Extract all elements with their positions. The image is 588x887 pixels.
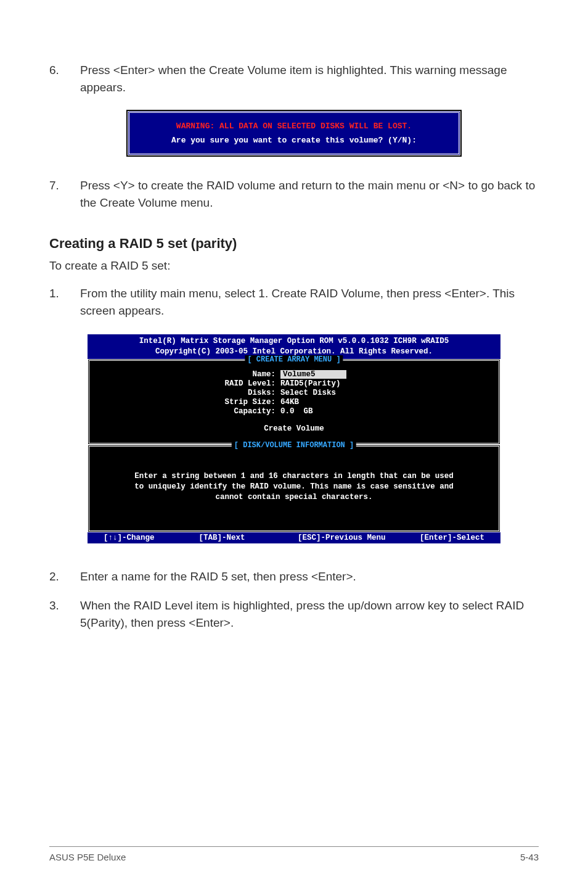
footer-page-number: 5-43 [520, 852, 539, 862]
step-7-number: 7. [49, 177, 80, 211]
bios-create-array-title: [ CREATE ARRAY MENU ] [245, 355, 343, 364]
bios-header-line-1: Intel(R) Matrix Storage Manager Option R… [91, 336, 497, 347]
step-3-text: When the RAID Level item is highlighted,… [80, 597, 539, 631]
warning-line-1: WARNING: ALL DATA ON SELECTED DISKS WILL… [141, 122, 447, 131]
bios-row-raid: RAID Level: RAID5(Parity) [96, 379, 492, 388]
bios-footer-change: [↑↓]-Change [104, 534, 199, 542]
bios-footer-next: [TAB]-Next [199, 534, 295, 542]
step-6-number: 6. [49, 62, 80, 96]
step-2-number: 2. [49, 568, 80, 585]
warning-line-2: Are you sure you want to create this vol… [141, 136, 447, 145]
bios-help-line-1: Enter a string between 1 and 16 characte… [102, 471, 486, 482]
step-6-text: Press <Enter> when the Create Volume ite… [80, 62, 539, 96]
bios-strip-value: 64KB [280, 398, 299, 406]
step-2-text: Enter a name for the RAID 5 set, then pr… [80, 568, 539, 585]
bios-footer-prev: [ESC]-Previous Menu [294, 534, 390, 542]
bios-row-name: Name: Volume5 [96, 370, 492, 379]
section-lead: To create a RAID 5 set: [49, 259, 539, 273]
page-footer: ASUS P5E Deluxe 5-43 [49, 846, 539, 862]
bios-disks-label: Disks: [96, 389, 280, 397]
bios-screenshot: Intel(R) Matrix Storage Manager Option R… [88, 334, 500, 543]
step-6: 6. Press <Enter> when the Create Volume … [49, 62, 539, 96]
bios-row-capacity: Capacity: 0.0 GB [96, 407, 492, 416]
warning-dialog: WARNING: ALL DATA ON SELECTED DISKS WILL… [128, 111, 460, 155]
bios-disks-value: Select Disks [280, 389, 336, 397]
bios-disk-info-box: [ DISK/VOLUME INFORMATION ] Enter a stri… [88, 445, 500, 532]
step-2: 2. Enter a name for the RAID 5 set, then… [49, 568, 539, 585]
step-1-text: From the utility main menu, select 1. Cr… [80, 285, 539, 319]
bios-name-value: Volume5 [280, 370, 346, 379]
warning-dialog-wrap: WARNING: ALL DATA ON SELECTED DISKS WILL… [49, 111, 539, 155]
step-7-text: Press <Y> to create the RAID volume and … [80, 177, 539, 211]
bios-help-line-2: to uniquely identify the RAID volume. Th… [102, 482, 486, 492]
bios-help-line-3: cannot contain special characters. [102, 492, 486, 503]
bios-create-array-box: [ CREATE ARRAY MENU ] Name: Volume5 RAID… [88, 359, 500, 445]
bios-capacity-label: Capacity: [96, 407, 280, 416]
step-1: 1. From the utility main menu, select 1.… [49, 285, 539, 319]
step-3-number: 3. [49, 597, 80, 631]
section-heading: Creating a RAID 5 set (parity) [49, 236, 539, 252]
bios-raid-label: RAID Level: [96, 379, 280, 388]
bios-row-disks: Disks: Select Disks [96, 389, 492, 397]
bios-name-label: Name: [96, 370, 280, 379]
bios-raid-value: RAID5(Parity) [280, 379, 341, 388]
step-7: 7. Press <Y> to create the RAID volume a… [49, 177, 539, 211]
bios-screenshot-wrap: Intel(R) Matrix Storage Manager Option R… [49, 334, 539, 543]
bios-footer-select: [Enter]-Select [390, 534, 485, 542]
step-3: 3. When the RAID Level item is highlight… [49, 597, 539, 631]
bios-create-volume: Create Volume [96, 424, 492, 433]
bios-disk-info-title: [ DISK/VOLUME INFORMATION ] [232, 441, 356, 450]
step-1-number: 1. [49, 285, 80, 319]
bios-strip-label: Strip Size: [96, 398, 280, 406]
bios-row-strip: Strip Size: 64KB [96, 398, 492, 406]
bios-capacity-value: 0.0 GB [280, 407, 313, 416]
footer-product: ASUS P5E Deluxe [49, 852, 126, 862]
bios-footer: [↑↓]-Change [TAB]-Next [ESC]-Previous Me… [88, 532, 500, 543]
